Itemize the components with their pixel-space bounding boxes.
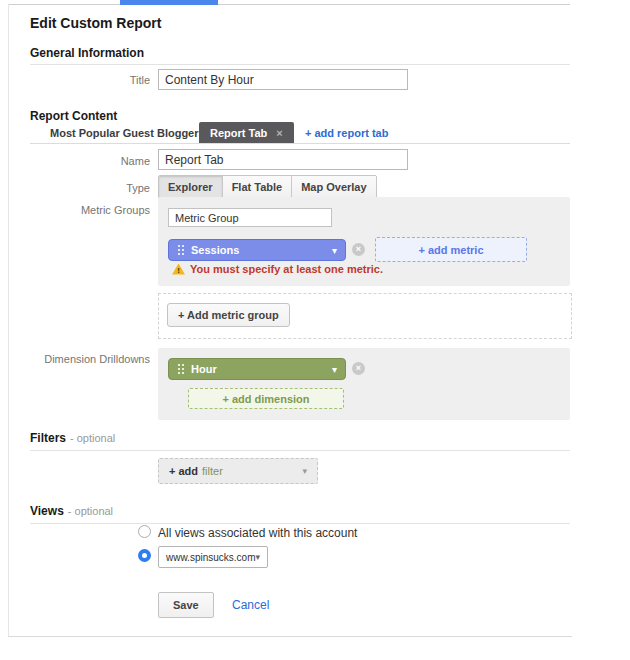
filters-heading: Filters- optional [30, 431, 115, 445]
view-select-dropdown[interactable]: www.spinsucks.com ▾ [158, 546, 268, 568]
views-optional-text: - optional [68, 505, 113, 517]
panel-left-border [8, 4, 9, 636]
dimension-drilldowns-label: Dimension Drilldowns [30, 353, 150, 365]
remove-dimension-icon[interactable]: × [352, 362, 365, 375]
metric-group-name-input[interactable] [168, 208, 332, 227]
panel-bottom-border [8, 636, 572, 637]
type-label: Type [30, 182, 150, 194]
add-filter-prefix: + add [169, 465, 198, 477]
tab-bar-underline [30, 143, 570, 144]
cancel-link[interactable]: Cancel [232, 598, 269, 612]
title-label: Title [30, 74, 150, 86]
top-blue-indicator-bar [120, 0, 218, 5]
metric-group-panel: Sessions ▾ × + add metric ! You must spe… [158, 197, 570, 286]
add-metric-group-button[interactable]: + Add metric group [167, 303, 290, 327]
report-content-heading: Report Content [30, 109, 117, 123]
radio-all-views-label: All views associated with this account [158, 526, 357, 540]
section-divider [30, 64, 570, 65]
name-label: Name [30, 155, 150, 167]
tab-report-tab[interactable]: Report Tab × [199, 122, 294, 143]
chevron-down-icon[interactable]: ▾ [332, 364, 337, 375]
add-report-tab-link[interactable]: + add report tab [305, 127, 388, 139]
section-divider [30, 523, 570, 524]
add-filter-word: filter [202, 465, 302, 477]
remove-metric-icon[interactable]: × [352, 243, 365, 256]
filters-heading-text: Filters [30, 431, 66, 445]
report-type-segmented-control: Explorer Flat Table Map Overlay [158, 175, 377, 199]
chevron-down-icon: ▾ [302, 466, 307, 476]
add-metric-group-dropzone: + Add metric group [158, 293, 572, 339]
warning-icon: ! [172, 264, 185, 275]
add-filter-button[interactable]: + add filter ▾ [158, 458, 318, 484]
add-dimension-button[interactable]: + add dimension [188, 388, 344, 409]
general-information-heading: General Information [30, 46, 144, 60]
panel-top-border [8, 4, 570, 5]
type-option-explorer[interactable]: Explorer [159, 176, 223, 198]
views-heading-text: Views [30, 504, 64, 518]
radio-selected-view[interactable] [138, 549, 151, 562]
type-option-map-overlay[interactable]: Map Overlay [292, 176, 375, 198]
dimension-panel: Hour ▾ × + add dimension [158, 348, 570, 420]
metric-pill-label: Sessions [191, 244, 332, 256]
metric-groups-label: Metric Groups [30, 204, 150, 216]
drag-handle-icon[interactable] [177, 363, 184, 375]
chevron-down-icon: ▾ [255, 552, 260, 562]
metric-pill-sessions[interactable]: Sessions ▾ [168, 239, 346, 261]
tab-most-popular-guest-bloggers[interactable]: Most Popular Guest Bloggers [50, 127, 205, 139]
filters-optional-text: - optional [70, 432, 115, 444]
drag-handle-icon[interactable] [177, 244, 184, 256]
view-select-value: www.spinsucks.com [166, 552, 255, 563]
add-metric-button[interactable]: + add metric [375, 237, 527, 262]
metric-warning: ! You must specify at least one metric. [172, 263, 383, 275]
name-input[interactable] [158, 149, 408, 170]
dimension-pill-hour[interactable]: Hour ▾ [168, 358, 346, 380]
section-divider [30, 450, 570, 451]
warning-text: You must specify at least one metric. [190, 263, 383, 275]
radio-dot [142, 553, 147, 558]
radio-all-views[interactable] [138, 525, 151, 538]
save-button[interactable]: Save [158, 592, 214, 618]
page-title: Edit Custom Report [30, 15, 161, 31]
title-input[interactable] [158, 69, 408, 90]
close-tab-icon[interactable]: × [276, 127, 282, 139]
views-heading: Views- optional [30, 504, 113, 518]
tab-report-tab-label: Report Tab [210, 127, 267, 139]
chevron-down-icon[interactable]: ▾ [332, 245, 337, 256]
type-option-flat-table[interactable]: Flat Table [223, 176, 293, 198]
edit-custom-report-page: Edit Custom Report General Information T… [0, 0, 630, 660]
dimension-pill-label: Hour [191, 363, 332, 375]
